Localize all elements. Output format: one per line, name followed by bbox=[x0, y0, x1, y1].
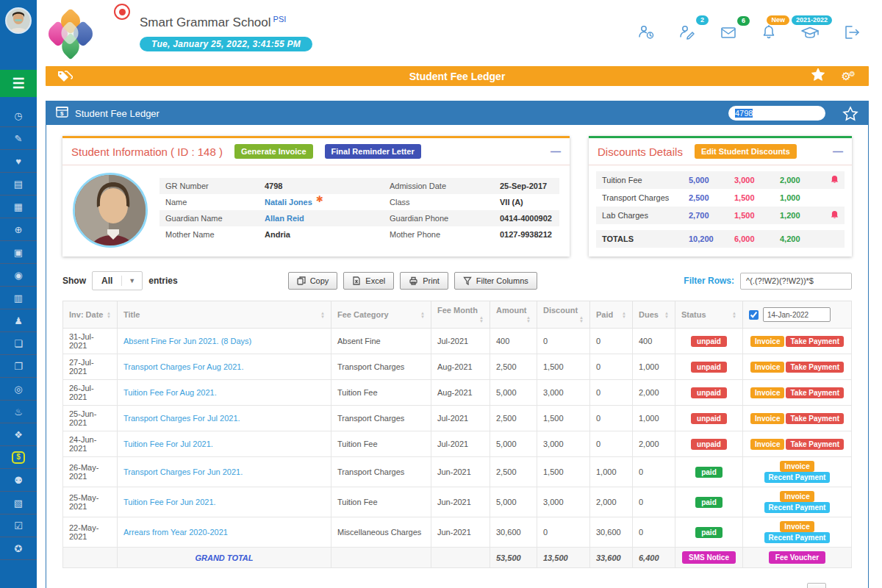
student-settings-icon[interactable]: ✱ bbox=[316, 194, 323, 204]
fee-title-link[interactable]: Transport Charges For Jul 2021. bbox=[123, 414, 240, 423]
menu-toggle-button[interactable]: ☰ bbox=[0, 70, 37, 97]
sidebar-item-academics[interactable]: ✪ bbox=[0, 537, 37, 560]
column-header-discount[interactable]: Discount▲▼ bbox=[537, 301, 589, 329]
invoice-button[interactable]: Invoice bbox=[750, 413, 784, 424]
invoice-button[interactable]: Invoice bbox=[780, 521, 814, 532]
recent-button[interactable]: Recent Payment bbox=[764, 532, 831, 543]
favorite-star-icon[interactable] bbox=[811, 68, 825, 85]
students-icon: ◉ bbox=[14, 270, 22, 280]
sidebar-item-student-health[interactable]: ♥ bbox=[0, 150, 37, 173]
column-header-title[interactable]: Title▲▼ bbox=[118, 301, 331, 329]
take-button[interactable]: Take Payment bbox=[786, 387, 844, 398]
sidebar-item-student-admission[interactable]: ✎ bbox=[0, 127, 37, 150]
sidebar-item-parents[interactable]: ⚉ bbox=[0, 469, 37, 492]
sidebar-item-gallery[interactable]: ❏ bbox=[0, 332, 37, 355]
field-value[interactable]: Allan Reid bbox=[265, 214, 390, 223]
sidebar-item-students[interactable]: ◉ bbox=[0, 264, 37, 287]
staff-clock-icon[interactable] bbox=[637, 24, 656, 41]
edit-discounts-button[interactable]: Edit Student Discounts bbox=[695, 144, 797, 159]
column-header-paid[interactable]: Paid▲▼ bbox=[589, 301, 632, 329]
field-value: Andria bbox=[265, 230, 390, 239]
fee-title-link[interactable]: Arrears from Year 2020-2021 bbox=[123, 528, 228, 537]
settings-gears-icon[interactable]: ⚙⚙ bbox=[842, 71, 856, 82]
sidebar-item-student-fee-ledger[interactable]: $ bbox=[0, 446, 37, 469]
date-filter-input[interactable] bbox=[763, 307, 831, 322]
sidebar-item-exams[interactable]: ☑ bbox=[0, 514, 37, 537]
column-header-amount[interactable]: Amount▲▼ bbox=[490, 301, 537, 329]
sort-icon: ▲▼ bbox=[479, 316, 484, 323]
column-header-fee-month[interactable]: Fee Month▲▼ bbox=[431, 301, 490, 329]
student-attendance-icon[interactable]: 2 bbox=[678, 24, 697, 41]
take-button[interactable]: Take Payment bbox=[786, 439, 844, 450]
sidebar-item-dashboard[interactable]: ◷ bbox=[0, 104, 37, 127]
page-1-button[interactable]: 1 bbox=[807, 583, 826, 588]
invoice-button[interactable]: Invoice bbox=[780, 491, 814, 502]
fee-title-link[interactable]: Absent Fine For Jun 2021. (8 Days) bbox=[123, 337, 251, 345]
bookmark-star-icon[interactable] bbox=[842, 106, 858, 121]
column-header-inv-date[interactable]: Inv: Date▲▼ bbox=[63, 301, 118, 329]
student-fields: GR Number4798Admission Date25-Sep-2017Na… bbox=[159, 178, 559, 243]
discount-label: Tuition Fee bbox=[602, 176, 689, 184]
cell-paid: 30,600 bbox=[589, 517, 632, 548]
invoice-button[interactable]: Invoice bbox=[750, 439, 784, 450]
library-icon: ❖ bbox=[14, 430, 23, 440]
fee-title-link[interactable]: Tuition Fee For Jul 2021. bbox=[123, 440, 213, 448]
sms-notice-button[interactable]: SMS Notice bbox=[682, 551, 736, 564]
field-value[interactable]: Natali Jones✱ bbox=[265, 197, 390, 207]
sidebar-item-staff[interactable]: ♟ bbox=[0, 309, 37, 332]
sidebar-item-library[interactable]: ❖ bbox=[0, 423, 37, 446]
invoice-button[interactable]: Invoice bbox=[750, 387, 784, 398]
column-header-fee-category[interactable]: Fee Category▲▼ bbox=[331, 301, 431, 329]
status-badge: paid bbox=[695, 467, 723, 478]
sidebar-item-homework[interactable]: ▣ bbox=[0, 241, 37, 264]
reminder-bell-icon[interactable] bbox=[825, 175, 839, 185]
sidebar-item-web-portal[interactable]: ⊕ bbox=[0, 218, 37, 241]
sidebar-item-health-cards[interactable]: ▧ bbox=[0, 492, 37, 514]
user-avatar[interactable] bbox=[5, 7, 32, 34]
notifications-bell-icon[interactable]: New bbox=[760, 24, 778, 41]
staff-icon: ♟ bbox=[14, 316, 23, 326]
invoice-button[interactable]: Invoice bbox=[750, 362, 784, 373]
cell-dues: 2,000 bbox=[632, 380, 675, 406]
reminder-bell-icon[interactable] bbox=[825, 210, 839, 220]
take-button[interactable]: Take Payment bbox=[786, 413, 844, 424]
sidebar-item-fee-challan[interactable]: ▤ bbox=[0, 173, 37, 196]
messages-icon[interactable]: 6 bbox=[719, 24, 738, 40]
collapse-discounts-card-icon[interactable]: — bbox=[833, 146, 843, 157]
recent-button[interactable]: Recent Payment bbox=[764, 502, 831, 513]
fee-voucher-button[interactable]: Fee Voucher bbox=[769, 551, 825, 564]
date-filter-checkbox[interactable] bbox=[749, 310, 759, 320]
filter-columns-button[interactable]: Filter Columns bbox=[454, 272, 537, 290]
sidebar-item-id-cards[interactable]: ▦ bbox=[0, 196, 37, 218]
take-button[interactable]: Take Payment bbox=[786, 362, 844, 373]
sidebar-item-birthdays[interactable]: ♨ bbox=[0, 401, 37, 423]
filter-rows-input[interactable] bbox=[740, 273, 852, 290]
print-button[interactable]: Print bbox=[400, 272, 448, 290]
sidebar-item-attendance[interactable]: ▥ bbox=[0, 287, 37, 309]
invoice-button[interactable]: Invoice bbox=[750, 336, 784, 347]
fee-title-link[interactable]: Tuition Fee For Jun 2021. bbox=[123, 498, 216, 506]
student-search-input[interactable] bbox=[728, 106, 825, 121]
recent-button[interactable]: Recent Payment bbox=[764, 472, 831, 483]
column-header-status[interactable]: Status▲▼ bbox=[675, 301, 742, 329]
sidebar-item-accounts[interactable]: ◎ bbox=[0, 378, 37, 401]
excel-button[interactable]: Excel bbox=[343, 272, 394, 290]
cell-actions: InvoiceTake Payment bbox=[743, 380, 852, 406]
invoice-button[interactable]: Invoice bbox=[780, 461, 814, 472]
academic-session-icon[interactable]: 2021-2022 bbox=[800, 24, 820, 41]
logout-icon[interactable] bbox=[842, 24, 861, 41]
generate-invoice-button[interactable]: Generate Invoice bbox=[234, 144, 313, 159]
take-button[interactable]: Take Payment bbox=[786, 336, 844, 347]
fee-title-link[interactable]: Transport Charges For Aug 2021. bbox=[123, 362, 243, 371]
final-reminder-button[interactable]: Final Reminder Letter bbox=[325, 144, 421, 159]
cell-dues: 1,000 bbox=[632, 406, 675, 431]
fee-title-link[interactable]: Transport Charges For Jun 2021. bbox=[123, 467, 243, 476]
page-length-select[interactable]: All ▼ bbox=[92, 271, 143, 290]
copy-button[interactable]: Copy bbox=[288, 272, 338, 290]
fee-title-link[interactable]: Tuition Fee For Aug 2021. bbox=[123, 388, 217, 397]
collapse-student-card-icon[interactable]: — bbox=[551, 146, 561, 157]
column-header-dues[interactable]: Dues▲▼ bbox=[632, 301, 675, 329]
cell-title: Transport Charges For Jun 2021. bbox=[118, 457, 331, 487]
sidebar-item-front-desk[interactable]: ❐ bbox=[0, 355, 37, 378]
column-header-label: Status bbox=[681, 310, 706, 319]
